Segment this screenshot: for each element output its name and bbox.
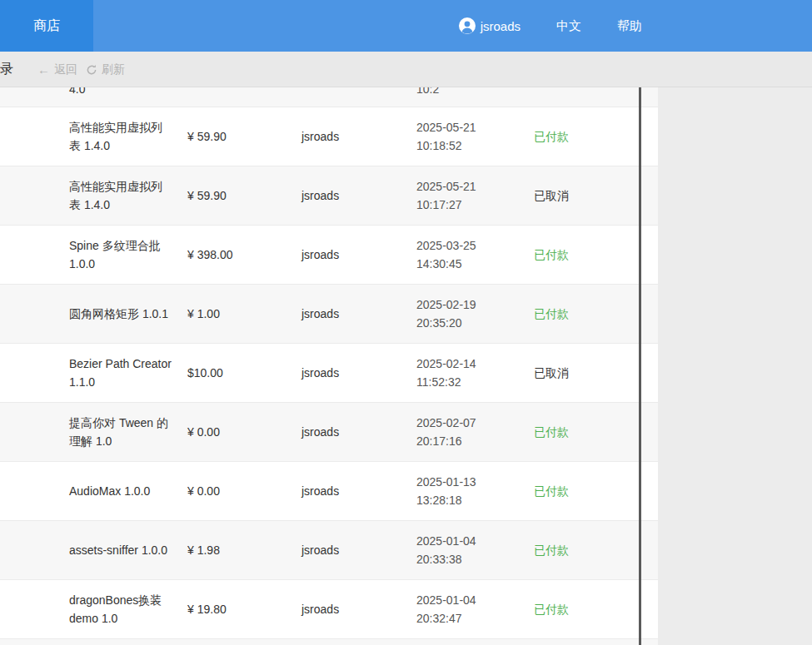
partial-order-time: 10:2 <box>416 87 439 98</box>
order-datetime: 2025-01-13 13:28:18 <box>416 473 508 509</box>
table-row: 高性能实用虚拟列表 1.4.0 ¥ 59.90 jsroads 2025-05-… <box>0 166 658 226</box>
order-status-badge: 已取消 <box>534 186 609 205</box>
product-name: 提高你对 Tween 的理解 1.0 <box>69 414 172 450</box>
order-time: 13:28:18 <box>416 491 508 509</box>
order-date: 2025-05-21 <box>416 177 508 196</box>
back-button[interactable]: ← 返回 <box>37 52 77 87</box>
order-time: 14:30:45 <box>416 255 508 273</box>
table-row: AudioMax 1.0.0 ¥ 0.00 jsroads 2025-01-13… <box>0 462 658 521</box>
order-price: ¥ 0.00 <box>187 423 279 441</box>
product-name: AudioMax 1.0.0 <box>69 482 172 500</box>
table-row: 高性能实用虚拟列表 1.4.0 ¥ 59.90 jsroads 2025-05-… <box>0 107 658 166</box>
order-datetime: 2025-02-07 20:17:16 <box>416 414 508 450</box>
order-date: 2025-01-04 <box>416 532 508 550</box>
order-price: ¥ 59.90 <box>187 186 279 205</box>
user-menu[interactable]: jsroads <box>459 17 521 34</box>
language-switch[interactable]: 中文 <box>556 18 581 34</box>
order-status-badge: 已付款 <box>534 541 609 559</box>
tab-store[interactable]: 商店 <box>0 0 93 52</box>
table-row: dragonBones换装 demo 1.0 ¥ 19.80 jsroads 2… <box>0 580 658 639</box>
order-status-badge: 已付款 <box>534 305 609 323</box>
order-status-badge: 已付款 <box>534 246 609 264</box>
table-row: assets-sniffer 1.0.0 ¥ 1.98 jsroads 2025… <box>0 521 658 580</box>
order-price: ¥ 398.00 <box>187 246 279 264</box>
order-time: 10:17:27 <box>416 196 508 214</box>
product-name: Bezier Path Creator 1.1.0 <box>69 355 172 391</box>
product-name: Spine 多纹理合批 1.0.0 <box>69 236 172 273</box>
order-user: jsroads <box>301 127 393 146</box>
purchase-record-title-fragment: 录 <box>0 52 13 87</box>
product-name: 高性能实用虚拟列表 1.4.0 <box>69 177 172 214</box>
order-datetime: 2025-01-04 20:33:38 <box>416 532 508 568</box>
order-price: ¥ 1.98 <box>187 541 279 559</box>
help-link[interactable]: 帮助 <box>617 18 642 34</box>
table-row: 提高你对 Tween 的理解 1.0 ¥ 0.00 jsroads 2025-0… <box>0 403 658 462</box>
partial-product-name: 4.0 <box>69 87 85 98</box>
order-time: 20:33:38 <box>416 550 508 568</box>
right-background <box>658 87 812 645</box>
order-status-badge: 已取消 <box>534 364 609 382</box>
order-user: jsroads <box>301 305 393 323</box>
table-row: Bezier Path Creator 1.1.0 $10.00 jsroads… <box>0 344 658 403</box>
order-price: ¥ 59.90 <box>187 127 279 146</box>
order-user: jsroads <box>301 482 393 500</box>
back-arrow-icon: ← <box>37 62 50 77</box>
order-price: ¥ 0.00 <box>187 482 279 500</box>
store-tab-label: 商店 <box>33 17 60 35</box>
header-nav: jsroads 中文 帮助 <box>459 0 642 52</box>
order-date: 2025-02-07 <box>416 414 508 432</box>
order-user: jsroads <box>301 423 393 441</box>
order-datetime: 2025-05-21 10:18:52 <box>416 118 508 155</box>
refresh-icon <box>86 64 97 76</box>
user-avatar-icon <box>459 17 476 34</box>
order-date: 2025-05-21 <box>416 118 508 136</box>
order-status-badge: 已付款 <box>534 127 609 146</box>
table-row: 圆角网格矩形 1.0.1 ¥ 1.00 jsroads 2025-02-19 2… <box>0 285 658 344</box>
product-name: 高性能实用虚拟列表 1.4.0 <box>69 118 172 155</box>
product-name: 圆角网格矩形 1.0.1 <box>69 305 172 323</box>
toolbar: 录 ← 返回 刷新 <box>0 52 812 87</box>
order-user: jsroads <box>301 364 393 382</box>
partial-bottom-row <box>0 639 658 645</box>
order-datetime: 2025-02-14 11:52:32 <box>416 355 508 391</box>
order-user: jsroads <box>301 600 393 618</box>
order-date: 2025-03-25 <box>416 236 508 255</box>
order-status-badge: 已付款 <box>534 600 609 618</box>
product-name: dragonBones换装 demo 1.0 <box>69 591 172 628</box>
order-status-badge: 已付款 <box>534 423 609 441</box>
order-time: 20:32:47 <box>416 609 508 628</box>
product-name: assets-sniffer 1.0.0 <box>69 541 172 559</box>
order-user: jsroads <box>301 186 393 205</box>
partial-top-row: 4.0 10:2 <box>0 87 658 107</box>
orders-table: 高性能实用虚拟列表 1.4.0 ¥ 59.90 jsroads 2025-05-… <box>0 107 658 639</box>
order-time: 20:17:16 <box>416 432 508 450</box>
order-price: $10.00 <box>187 364 279 382</box>
vertical-scrollbar[interactable] <box>639 87 641 645</box>
order-datetime: 2025-01-04 20:32:47 <box>416 591 508 628</box>
table-row: Spine 多纹理合批 1.0.0 ¥ 398.00 jsroads 2025-… <box>0 226 658 285</box>
back-button-label: 返回 <box>54 62 77 77</box>
user-name: jsroads <box>481 19 521 33</box>
order-time: 10:18:52 <box>416 136 508 155</box>
refresh-button[interactable]: 刷新 <box>86 52 125 87</box>
help-label: 帮助 <box>617 18 642 34</box>
order-price: ¥ 19.80 <box>187 600 279 618</box>
order-datetime: 2025-03-25 14:30:45 <box>416 236 508 273</box>
order-price: ¥ 1.00 <box>187 305 279 323</box>
order-datetime: 2025-05-21 10:17:27 <box>416 177 508 214</box>
order-user: jsroads <box>301 541 393 559</box>
order-status-badge: 已付款 <box>534 482 609 500</box>
language-label: 中文 <box>556 18 581 34</box>
order-user: jsroads <box>301 246 393 264</box>
orders-panel: 4.0 10:2 高性能实用虚拟列表 1.4.0 ¥ 59.90 jsroads… <box>0 87 658 645</box>
order-date: 2025-02-14 <box>416 355 508 373</box>
app-header: 商店 jsroads 中文 帮助 <box>0 0 812 52</box>
order-time: 11:52:32 <box>416 373 508 391</box>
order-date: 2025-01-13 <box>416 473 508 491</box>
order-date: 2025-01-04 <box>416 591 508 609</box>
order-datetime: 2025-02-19 20:35:20 <box>416 295 508 332</box>
refresh-button-label: 刷新 <box>102 62 125 77</box>
order-time: 20:35:20 <box>416 314 508 332</box>
order-date: 2025-02-19 <box>416 295 508 314</box>
